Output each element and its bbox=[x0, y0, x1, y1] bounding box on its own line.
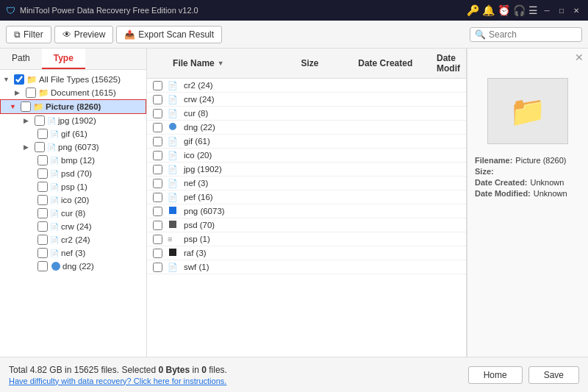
save-button[interactable]: Save bbox=[528, 366, 579, 384]
tree-toggle-document[interactable]: ▶ bbox=[15, 89, 24, 96]
tree-item-crw[interactable]: 📄 crw (24) bbox=[0, 220, 146, 233]
file-row[interactable]: png (6073) bbox=[147, 204, 466, 218]
file-type-icon: 📄 bbox=[168, 108, 181, 118]
status-bar: Total 4.82 GB in 15625 files. Selected 0… bbox=[0, 357, 588, 392]
row-name: crw (24) bbox=[184, 95, 287, 104]
app-icon: 🛡 bbox=[6, 5, 15, 16]
tree-item-cur[interactable]: 📄 cur (8) bbox=[0, 207, 146, 220]
tree-toggle-all[interactable]: ▼ bbox=[3, 76, 12, 83]
col-header-created[interactable]: Date Created bbox=[352, 51, 431, 75]
preview-folder-icon: 📁 bbox=[509, 94, 546, 129]
file-row[interactable]: 📄 pef (16) bbox=[147, 190, 466, 204]
tree-item-dng[interactable]: dng (22) bbox=[0, 260, 146, 273]
tab-path[interactable]: Path bbox=[0, 49, 42, 69]
file-row[interactable]: psd (70) bbox=[147, 218, 466, 232]
row-check bbox=[147, 263, 168, 272]
file-row[interactable]: 📄 crw (24) bbox=[147, 93, 466, 107]
home-button[interactable]: Home bbox=[468, 366, 523, 384]
tree-check-picture[interactable] bbox=[21, 101, 31, 112]
file-type-icon: 📄 bbox=[168, 262, 181, 272]
tree-check-cr2[interactable] bbox=[37, 235, 48, 245]
tree-item-nef[interactable]: 📄 nef (3) bbox=[0, 246, 146, 260]
file-icon-png: 📄 bbox=[47, 143, 56, 152]
preview-panel: ✕ 📁 Filename: Picture (8260) Size: Date … bbox=[467, 49, 588, 357]
preview-image-box: 📁 bbox=[487, 78, 568, 144]
col-header-size[interactable]: Size bbox=[295, 51, 352, 75]
tree-label-psd: psd (70) bbox=[61, 169, 92, 178]
row-check bbox=[147, 95, 168, 104]
tree-check-dng[interactable] bbox=[37, 261, 48, 271]
col-header-modified[interactable]: Date Modif bbox=[431, 51, 466, 75]
preview-close-button[interactable]: ✕ bbox=[575, 51, 584, 63]
tree-toggle-png[interactable]: ▶ bbox=[24, 143, 32, 151]
filter-button[interactable]: ⧉ Filter bbox=[6, 26, 51, 43]
folder-icon-document: 📁 bbox=[38, 88, 49, 98]
row-name: pef (16) bbox=[184, 193, 287, 202]
file-row[interactable]: 📄 cr2 (24) bbox=[147, 79, 466, 93]
tree-item-psd[interactable]: 📄 psd (70) bbox=[0, 167, 146, 180]
file-row[interactable]: 📄 ico (20) bbox=[147, 149, 466, 163]
preview-button[interactable]: 👁 Preview bbox=[54, 26, 114, 43]
row-check bbox=[147, 179, 168, 188]
row-check bbox=[147, 249, 168, 258]
tree-check-document[interactable] bbox=[26, 88, 36, 98]
tree-item-ico[interactable]: 📄 ico (20) bbox=[0, 193, 146, 207]
file-row[interactable]: dng (22) bbox=[147, 121, 466, 135]
search-icon: 🔍 bbox=[475, 29, 486, 40]
tree-item-cr2[interactable]: 📄 cr2 (24) bbox=[0, 233, 146, 246]
close-button[interactable]: ✕ bbox=[570, 4, 582, 16]
preview-filename-value: Picture (8260) bbox=[515, 156, 566, 165]
file-icon-ico: 📄 bbox=[50, 196, 59, 204]
file-row[interactable]: ≡ psp (1) bbox=[147, 232, 466, 246]
col-header-name[interactable]: File Name ▼ bbox=[167, 51, 295, 75]
tree-item-png[interactable]: ▶ 📄 png (6073) bbox=[0, 140, 146, 154]
file-icon-nef: 📄 bbox=[50, 249, 59, 257]
preview-filename-row: Filename: Picture (8260) bbox=[475, 156, 581, 165]
minimize-button[interactable]: ─ bbox=[541, 4, 553, 16]
tree-label-all: All File Types (15625) bbox=[39, 75, 121, 84]
file-row[interactable]: 📄 gif (61) bbox=[147, 135, 466, 149]
tree-check-all[interactable] bbox=[14, 74, 24, 85]
preview-modified-row: Date Modified: Unknown bbox=[475, 189, 581, 198]
file-row[interactable]: 📄 swf (1) bbox=[147, 260, 466, 274]
tree-item-document[interactable]: ▶ 📁 Document (1615) bbox=[0, 86, 146, 99]
row-check bbox=[147, 137, 168, 146]
filter-label: Filter bbox=[24, 29, 43, 40]
tab-type[interactable]: Type bbox=[42, 49, 85, 69]
tree-check-cur[interactable] bbox=[37, 208, 48, 218]
tree-item-psp[interactable]: 📄 psp (1) bbox=[0, 180, 146, 193]
file-row[interactable]: 📄 cur (8) bbox=[147, 107, 466, 121]
export-icon: 📤 bbox=[124, 29, 135, 40]
tree-toggle-jpg[interactable]: ▶ bbox=[24, 117, 32, 124]
export-button[interactable]: 📤 Export Scan Result bbox=[116, 26, 222, 43]
file-type-icon: 📄 bbox=[168, 150, 181, 160]
tree-item-jpg[interactable]: ▶ 📄 jpg (1902) bbox=[0, 114, 146, 127]
tree-item-all[interactable]: ▼ 📁 All File Types (15625) bbox=[0, 73, 146, 86]
file-row[interactable]: 📄 nef (3) bbox=[147, 177, 466, 190]
file-icon-bmp: 📄 bbox=[50, 157, 59, 165]
file-row[interactable]: raf (3) bbox=[147, 246, 466, 260]
tree-item-bmp[interactable]: 📄 bmp (12) bbox=[0, 154, 146, 167]
title-controls: 🔑 🔔 ⏰ 🎧 ☰ ─ □ ✕ bbox=[467, 4, 582, 16]
row-check bbox=[147, 165, 168, 174]
row-check bbox=[147, 221, 168, 230]
tree-check-gif[interactable] bbox=[37, 129, 48, 139]
tree-check-nef[interactable] bbox=[37, 248, 48, 258]
tree-check-psd[interactable] bbox=[37, 168, 48, 179]
preview-modified-value: Unknown bbox=[534, 189, 567, 198]
filter-icon: ⧉ bbox=[14, 29, 21, 40]
maximize-button[interactable]: □ bbox=[556, 4, 567, 16]
file-row[interactable]: 📄 jpg (1902) bbox=[147, 163, 466, 177]
tree-toggle-picture[interactable]: ▼ bbox=[10, 103, 18, 110]
tree-check-psp[interactable] bbox=[37, 182, 48, 192]
tree-check-png[interactable] bbox=[35, 142, 45, 152]
tree-item-picture[interactable]: ▼ 📁 Picture (8260) bbox=[0, 99, 146, 114]
file-icon-psd: 📄 bbox=[50, 170, 59, 178]
tree-check-ico[interactable] bbox=[37, 195, 48, 205]
tree-check-jpg[interactable] bbox=[35, 115, 45, 126]
key-icon: 🔑 bbox=[467, 4, 479, 16]
tree-check-crw[interactable] bbox=[37, 221, 48, 232]
search-input[interactable] bbox=[489, 29, 577, 40]
tree-check-bmp[interactable] bbox=[37, 155, 48, 165]
tree-item-gif[interactable]: 📄 gif (61) bbox=[0, 127, 146, 140]
